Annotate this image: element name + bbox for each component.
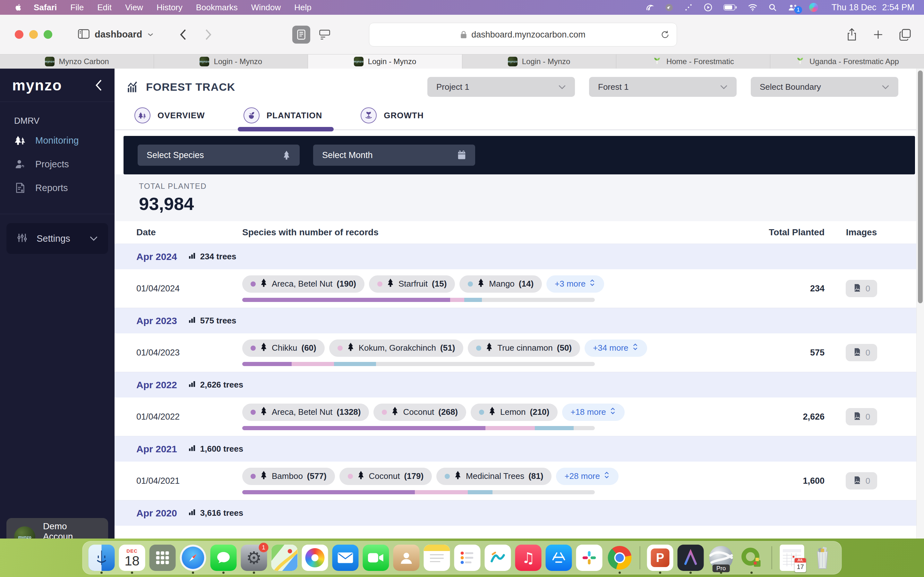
show-more-chip[interactable]: +28 more	[556, 468, 619, 485]
page-settings-icon[interactable]	[318, 29, 331, 40]
dock-chrome-icon[interactable]	[606, 545, 634, 571]
user-switch-icon[interactable]: 1	[788, 3, 798, 12]
group-month: Apr 2023	[136, 316, 177, 326]
adobe-cc-icon[interactable]	[665, 3, 674, 12]
reader-view-button[interactable]	[292, 26, 310, 44]
battery-icon[interactable]	[724, 4, 737, 11]
screen-mirroring-icon[interactable]	[684, 3, 693, 11]
close-window-button[interactable]	[15, 30, 23, 39]
apple-menu-icon[interactable]	[13, 3, 24, 12]
dock-photos-icon[interactable]	[301, 545, 329, 571]
dock-system-settings-icon[interactable]: ⚙1	[240, 545, 268, 571]
species-chip[interactable]: Coconut(179)	[339, 468, 432, 485]
project-dropdown[interactable]: Project 1	[427, 77, 575, 97]
dock-safari-icon[interactable]	[179, 545, 207, 571]
species-chip[interactable]: Bamboo(577)	[242, 468, 335, 485]
show-more-chip[interactable]: +34 more	[585, 340, 647, 357]
dock-freeform-icon[interactable]	[484, 545, 512, 571]
sidebar-item-reports[interactable]: Reports	[0, 176, 115, 200]
spotlight-icon[interactable]	[768, 3, 777, 12]
dock-google-earth-icon[interactable]: Pro	[708, 545, 735, 571]
dock-minimized-calendar-icon[interactable]: JUL17	[779, 545, 806, 571]
scrollbar-track[interactable]	[916, 69, 924, 577]
browser-tab-5[interactable]: Home - Forestmatic	[616, 55, 771, 69]
dock-trash-icon[interactable]	[809, 545, 837, 571]
browser-tab-6[interactable]: Uganda - Forestmatic App	[771, 55, 924, 69]
window-title[interactable]: dashboard	[95, 29, 142, 40]
dock-mail-icon[interactable]	[332, 545, 359, 571]
dock-facetime-icon[interactable]	[362, 545, 390, 571]
browser-tab-2[interactable]: mynzoLogin - Mynzo	[154, 55, 308, 69]
now-playing-icon[interactable]	[704, 3, 712, 12]
filter-select-month[interactable]: Select Month	[313, 145, 475, 166]
sidebar-toggle-icon[interactable]	[78, 29, 89, 40]
dock-powerpoint-icon[interactable]: P	[646, 545, 674, 571]
menu-item-help[interactable]: Help	[288, 3, 318, 12]
menu-item-history[interactable]: History	[150, 3, 189, 12]
filter-select-species[interactable]: Select Species	[137, 145, 300, 166]
species-chip[interactable]: Lemon(210)	[471, 404, 557, 421]
new-tab-button[interactable]	[873, 29, 884, 40]
browser-tab-4[interactable]: mynzoLogin - Mynzo	[462, 55, 616, 69]
sidebar-item-monitoring[interactable]: Monitoring	[0, 129, 115, 152]
species-chip[interactable]: Kokum, Gorakchinch(51)	[329, 340, 464, 357]
images-button[interactable]: 0	[846, 280, 877, 297]
dock-finder-icon[interactable]	[88, 545, 115, 571]
menu-item-bookmarks[interactable]: Bookmarks	[189, 3, 244, 12]
species-chip[interactable]: True cinnamon(50)	[468, 340, 580, 357]
species-chip[interactable]: Mango(14)	[459, 276, 542, 293]
tab-growth[interactable]: GROWTH	[360, 105, 423, 126]
species-chip[interactable]: Areca, Betel Nut(190)	[242, 276, 365, 293]
species-chip[interactable]: Coconut(268)	[373, 404, 466, 421]
dock-music-icon[interactable]: ♫	[515, 545, 542, 571]
tab-overview[interactable]: OVERVIEW	[134, 105, 205, 126]
boundary-dropdown[interactable]: Select Boundary	[751, 77, 898, 97]
forest-dropdown[interactable]: Forest 1	[589, 77, 737, 97]
scrollbar-thumb[interactable]	[918, 71, 923, 303]
back-button[interactable]	[179, 29, 186, 40]
dock-notes-icon[interactable]	[423, 545, 451, 571]
sidebar-item-settings[interactable]: Settings	[6, 223, 108, 254]
species-chip[interactable]: Areca, Betel Nut(1328)	[242, 404, 369, 421]
minimize-window-button[interactable]	[29, 30, 38, 39]
browser-tab-3[interactable]: mynzoLogin - Mynzo	[308, 55, 462, 69]
dock-calendar-icon[interactable]: DEC18	[118, 545, 146, 571]
dock-reminders-icon[interactable]	[454, 545, 481, 571]
zoom-window-button[interactable]	[44, 30, 52, 39]
show-more-chip[interactable]: +18 more	[562, 404, 625, 421]
species-chip[interactable]: Starfruit(15)	[369, 276, 455, 293]
siri-icon[interactable]	[809, 3, 818, 12]
dock-contacts-icon[interactable]	[393, 545, 420, 571]
dock-launchpad-icon[interactable]	[149, 545, 176, 571]
menu-item-file[interactable]: File	[63, 3, 90, 12]
dock-slack-icon[interactable]	[575, 545, 603, 571]
share-button[interactable]	[846, 28, 857, 41]
menu-item-window[interactable]: Window	[244, 3, 288, 12]
tab-plantation[interactable]: PLANTATION	[244, 105, 322, 126]
images-button[interactable]: 0	[846, 408, 877, 425]
browser-tab-1[interactable]: mynzoMynzo Carbon	[0, 55, 154, 69]
tab-overview-button[interactable]	[899, 29, 911, 41]
menu-item-view[interactable]: View	[118, 3, 150, 12]
swirl-icon[interactable]	[645, 3, 654, 12]
address-bar[interactable]: dashboard.mynzocarbon.com	[369, 23, 677, 47]
dock-maps-icon[interactable]	[271, 545, 298, 571]
menu-bar-clock[interactable]: Thu 18 Dec 2:54 PM	[832, 3, 914, 13]
images-button[interactable]: 0	[846, 344, 877, 361]
forward-button[interactable]	[205, 29, 212, 40]
species-chip[interactable]: Medicinal Trees(81)	[436, 468, 551, 485]
dock-arcgis-pro-icon[interactable]	[677, 545, 704, 571]
dock-messages-icon[interactable]	[210, 545, 237, 571]
chevron-down-icon[interactable]	[147, 32, 153, 37]
dock-app-store-icon[interactable]	[545, 545, 573, 571]
sidebar-collapse-icon[interactable]	[95, 79, 102, 91]
menu-item-safari[interactable]: Safari	[27, 3, 63, 12]
species-chip[interactable]: Chikku(60)	[242, 340, 325, 357]
dock-qgis-icon[interactable]	[738, 545, 766, 571]
reload-button[interactable]	[661, 30, 670, 39]
images-button[interactable]: 0	[846, 472, 877, 490]
menu-item-edit[interactable]: Edit	[90, 3, 118, 12]
show-more-chip[interactable]: +3 more	[546, 276, 604, 293]
wifi-icon[interactable]	[748, 3, 758, 11]
sidebar-item-projects[interactable]: Projects	[0, 152, 115, 176]
